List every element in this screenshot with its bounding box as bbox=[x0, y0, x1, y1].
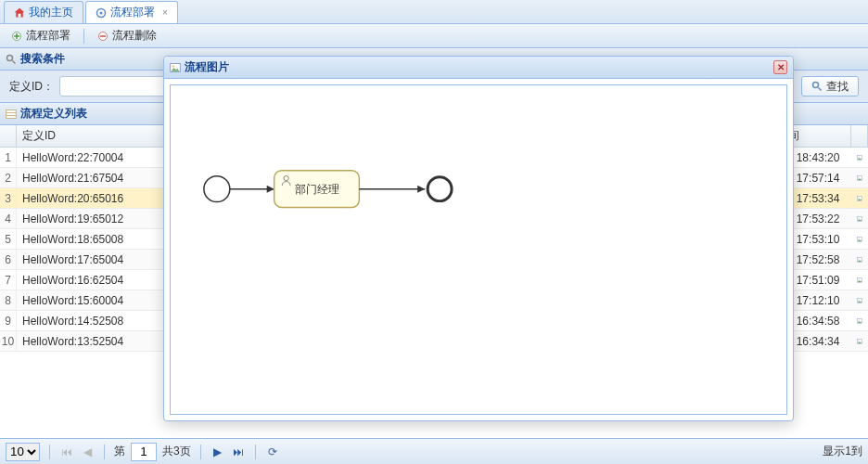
dialog-close-button[interactable]: ✕ bbox=[773, 60, 787, 74]
dialog-header[interactable]: 流程图片 ✕ bbox=[164, 57, 793, 79]
list-icon bbox=[6, 109, 17, 120]
remove-button[interactable]: 流程删除 bbox=[92, 26, 162, 45]
svg-point-23 bbox=[858, 299, 859, 300]
row-num: 8 bbox=[0, 290, 17, 310]
bpmn-task-label: 部门经理 bbox=[295, 183, 339, 196]
image-icon bbox=[857, 173, 862, 184]
search-title: 搜索条件 bbox=[20, 51, 65, 67]
row-action[interactable] bbox=[851, 209, 868, 228]
row-action[interactable] bbox=[851, 290, 868, 310]
tab-active-label[interactable]: 流程部署 bbox=[110, 5, 155, 20]
process-image-dialog: 流程图片 ✕ 部门经理 bbox=[163, 56, 794, 421]
search-input[interactable] bbox=[59, 76, 180, 97]
add-icon bbox=[11, 31, 22, 42]
find-label: 查找 bbox=[826, 79, 849, 95]
svg-marker-32 bbox=[417, 186, 425, 193]
refresh-button[interactable]: ⟳ bbox=[265, 445, 280, 459]
search-label: 定义ID： bbox=[9, 79, 54, 95]
first-page-button[interactable]: ⏮ bbox=[59, 445, 74, 459]
dialog-title: 流程图片 bbox=[185, 59, 229, 75]
deploy-label: 流程部署 bbox=[26, 28, 70, 44]
remove-label: 流程删除 bbox=[112, 28, 157, 44]
dialog-body: 部门经理 bbox=[170, 84, 787, 415]
svg-point-9 bbox=[858, 156, 859, 157]
find-button[interactable]: 查找 bbox=[801, 76, 859, 97]
row-num: 4 bbox=[0, 209, 17, 228]
page-prefix: 第 bbox=[114, 444, 125, 459]
tab-home[interactable]: 我的主页 bbox=[4, 1, 83, 23]
tab-close-icon[interactable]: × bbox=[162, 7, 168, 18]
svg-point-19 bbox=[858, 258, 859, 259]
svg-marker-30 bbox=[267, 186, 274, 193]
page-size-select[interactable]: 10 bbox=[6, 443, 40, 461]
image-icon bbox=[857, 152, 862, 163]
remove-icon bbox=[97, 31, 108, 42]
gear-icon bbox=[96, 7, 107, 19]
svg-point-25 bbox=[858, 319, 859, 320]
search-icon bbox=[6, 54, 17, 65]
image-icon bbox=[857, 295, 862, 306]
row-action[interactable] bbox=[851, 188, 868, 208]
svg-point-11 bbox=[858, 176, 859, 177]
row-num: 10 bbox=[0, 331, 17, 351]
svg-point-21 bbox=[858, 278, 859, 279]
row-action[interactable] bbox=[851, 311, 868, 330]
row-action[interactable] bbox=[851, 229, 868, 249]
row-action[interactable] bbox=[851, 148, 868, 167]
paging-status: 显示1到 bbox=[823, 444, 862, 459]
svg-point-15 bbox=[858, 217, 859, 218]
svg-rect-0 bbox=[19, 13, 21, 17]
row-num: 7 bbox=[0, 270, 17, 290]
row-action[interactable] bbox=[851, 270, 868, 290]
svg-point-5 bbox=[7, 55, 13, 60]
row-action[interactable] bbox=[851, 331, 868, 351]
image-icon bbox=[857, 316, 862, 327]
row-num: 9 bbox=[0, 311, 17, 330]
row-num: 2 bbox=[0, 168, 17, 187]
prev-page-button[interactable]: ◀ bbox=[80, 445, 95, 459]
image-icon bbox=[857, 275, 862, 286]
home-icon bbox=[14, 7, 25, 19]
col-rownum bbox=[0, 125, 17, 147]
next-page-button[interactable]: ▶ bbox=[211, 445, 225, 459]
tab-process-deploy[interactable]: 流程部署 × bbox=[85, 1, 178, 23]
row-action[interactable] bbox=[851, 168, 868, 187]
find-icon bbox=[811, 81, 823, 92]
tab-bar: 我的主页 流程部署 × bbox=[0, 0, 868, 24]
svg-point-17 bbox=[858, 238, 859, 238]
svg-rect-7 bbox=[6, 110, 17, 118]
image-icon bbox=[857, 193, 862, 204]
row-num: 5 bbox=[0, 229, 17, 249]
deploy-button[interactable]: 流程部署 bbox=[6, 26, 76, 45]
row-num: 6 bbox=[0, 250, 17, 269]
image-icon bbox=[857, 213, 862, 225]
toolbar: 流程部署 流程删除 bbox=[0, 24, 868, 48]
col-action-header bbox=[851, 125, 868, 147]
image-icon bbox=[857, 336, 862, 347]
svg-point-29 bbox=[172, 65, 174, 67]
page-input[interactable] bbox=[131, 443, 157, 461]
svg-point-6 bbox=[813, 83, 819, 88]
row-num: 1 bbox=[0, 148, 17, 167]
bpmn-start-event bbox=[204, 176, 230, 202]
image-icon bbox=[170, 62, 181, 73]
page-total: 共3页 bbox=[162, 444, 191, 459]
image-icon bbox=[857, 234, 862, 245]
row-action[interactable] bbox=[851, 250, 868, 269]
toolbar-separator bbox=[83, 29, 84, 44]
svg-point-2 bbox=[100, 11, 103, 14]
image-icon bbox=[857, 254, 862, 265]
row-num: 3 bbox=[0, 188, 17, 208]
tab-home-label[interactable]: 我的主页 bbox=[29, 5, 73, 20]
svg-point-27 bbox=[858, 340, 859, 341]
bpmn-end-event bbox=[428, 177, 452, 201]
last-page-button[interactable]: ⏭ bbox=[231, 445, 246, 459]
paging-bar: 10 ⏮ ◀ 第 共3页 ▶ ⏭ ⟳ 显示1到 bbox=[0, 438, 868, 464]
bpmn-diagram: 部门经理 bbox=[171, 85, 786, 419]
grid-title: 流程定义列表 bbox=[20, 106, 87, 122]
svg-point-13 bbox=[858, 197, 859, 198]
